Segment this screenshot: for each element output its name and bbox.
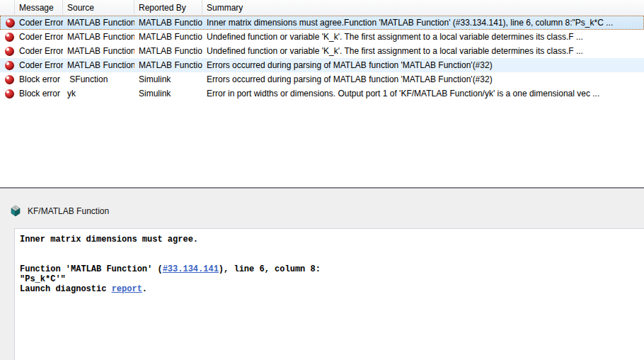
table-header-row: Message Source Reported By Summary xyxy=(0,0,644,16)
detail-line-6-text: Launch diagnostic xyxy=(20,284,112,294)
simulink-block-icon xyxy=(10,205,21,217)
row-icon-cell xyxy=(0,58,15,72)
row-reported-by: MATLAB Function xyxy=(134,58,202,72)
row-reported-by: Simulink xyxy=(134,72,202,86)
row-summary: Errors occurred during parsing of MATLAB… xyxy=(202,58,644,72)
detail-message-box: Inner matrix dimensions must agree. Func… xyxy=(14,228,644,360)
diagnostics-table: Message Source Reported By Summary Coder… xyxy=(0,0,644,187)
error-ball-icon xyxy=(5,89,14,99)
row-reported-by: Simulink xyxy=(134,86,202,101)
row-message: Block error xyxy=(15,86,63,101)
row-reported-by: MATLAB Function xyxy=(134,44,202,58)
row-message: Coder Error xyxy=(15,58,63,72)
error-ball-icon xyxy=(5,33,14,42)
row-icon-cell xyxy=(0,30,15,44)
detail-message-text: Inner matrix dimensions must agree. Func… xyxy=(15,229,644,294)
row-reported-by: MATLAB Function xyxy=(134,30,202,44)
diagnostic-report-link[interactable]: report xyxy=(112,284,142,294)
row-icon-cell xyxy=(1,16,15,29)
column-header-reported-by[interactable]: Reported By xyxy=(134,0,202,15)
row-source: MATLAB Function xyxy=(63,58,134,72)
row-icon-cell xyxy=(0,86,15,101)
row-message: Coder Error xyxy=(15,30,63,44)
column-header-summary[interactable]: Summary xyxy=(202,0,644,15)
row-source: MATLAB Function xyxy=(63,44,134,58)
column-header-icon[interactable] xyxy=(0,0,15,15)
row-source: yk xyxy=(63,86,134,101)
row-source: MATLAB Function xyxy=(63,30,134,44)
error-ball-icon xyxy=(5,61,14,70)
row-summary: Errors occurred during parsing of MATLAB… xyxy=(202,72,644,86)
table-row[interactable]: Block error yk Simulink Error in port wi… xyxy=(0,86,644,101)
row-summary: Undefined function or variable 'K_k'. Th… xyxy=(202,30,644,44)
row-message: Coder Error xyxy=(15,44,63,58)
detail-line-1: Inner matrix dimensions must agree. xyxy=(20,235,198,244)
table-body: Coder Error MATLAB Function MATLAB Funct… xyxy=(0,16,644,101)
row-source: MATLAB Function xyxy=(63,16,134,29)
table-row[interactable]: Coder Error MATLAB Function MATLAB Funct… xyxy=(0,58,644,72)
row-message: Coder Error xyxy=(15,16,63,29)
table-row[interactable]: Coder Error MATLAB Function MATLAB Funct… xyxy=(0,16,644,30)
detail-panel-header: KF/MATLAB Function xyxy=(10,205,109,217)
row-summary: Undefined function or variable 'K_k'. Th… xyxy=(202,44,644,58)
error-ball-icon xyxy=(5,75,14,84)
table-row[interactable]: Coder Error MATLAB Function MATLAB Funct… xyxy=(0,44,644,58)
table-row[interactable]: Coder Error MATLAB Function MATLAB Funct… xyxy=(0,30,644,44)
row-icon-cell xyxy=(0,72,15,86)
row-source: SFunction xyxy=(63,72,134,86)
row-icon-cell xyxy=(0,44,15,58)
column-header-source[interactable]: Source xyxy=(63,0,134,15)
row-reported-by: MATLAB Function xyxy=(134,16,202,29)
detail-line-4-end: ), line 6, column 8: xyxy=(219,264,321,274)
row-summary: Inner matrix dimensions must agree.Funct… xyxy=(202,16,643,29)
table-row[interactable]: Block error SFunction Simulink Errors oc… xyxy=(0,72,644,86)
diagnostic-viewer-window: Message Source Reported By Summary Coder… xyxy=(0,0,644,360)
detail-line-4-text: Function 'MATLAB Function' ( xyxy=(20,264,163,274)
diagnostic-detail-panel: KF/MATLAB Function Inner matrix dimensio… xyxy=(0,189,644,360)
row-message: Block error xyxy=(15,72,63,86)
column-header-message[interactable]: Message xyxy=(15,0,63,15)
detail-line-5: "Ps_k*C'" xyxy=(20,274,66,284)
detail-line-6-end: . xyxy=(142,284,147,294)
detail-block-path: KF/MATLAB Function xyxy=(28,206,109,216)
error-ball-icon xyxy=(6,18,15,28)
row-summary: Error in port widths or dimensions. Outp… xyxy=(202,86,644,101)
error-ball-icon xyxy=(5,47,14,56)
source-location-link[interactable]: #33.134.141 xyxy=(163,264,219,274)
